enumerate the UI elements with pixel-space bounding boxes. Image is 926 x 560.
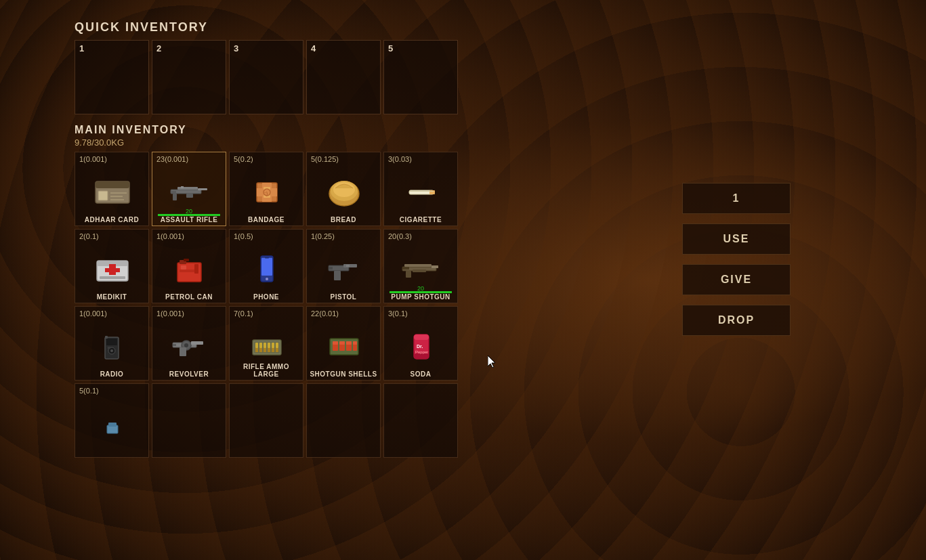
svg-rect-56 [108,347,110,349]
item-revolver[interactable]: 1(0.001) REVOLVER [152,306,226,381]
quick-slot-3-number: 3 [234,43,238,53]
inventory-container: QUICK INVENTORY 1 2 3 4 5 MAIN INVENTORY… [75,20,459,458]
item-shotgun-shells[interactable]: 22(0.01) SHOTGUN SHELLS [306,306,381,381]
drop-btn[interactable]: DROP [682,305,791,336]
item-bread-count: 5(0.125) [311,155,339,163]
quick-slot-3[interactable]: 3 [229,40,303,114]
svg-point-55 [110,349,113,352]
revolver-icon [165,326,213,366]
item-pistol-count: 1(0.25) [311,232,335,240]
quick-slot-2-number: 2 [156,43,161,53]
use-btn[interactable]: USE [682,223,791,255]
cursor [488,356,496,368]
rifle-ammo-large-icon [243,326,290,366]
item-petrol-can[interactable]: 1(0.001) PETROL CAN [152,229,226,303]
item-radio[interactable]: 1(0.001) RADIO [75,306,149,381]
quick-slot-5[interactable]: 5 [383,40,458,114]
svg-rect-82 [339,341,345,345]
svg-rect-40 [265,257,269,259]
svg-rect-86 [353,341,357,345]
item-pump-shotgun[interactable]: 20(0.3) 20 PUMP SHOTGUN [383,229,458,303]
empty-slot-3[interactable] [306,383,381,458]
radio-icon [88,326,135,366]
item-assault-rifle[interactable]: 23(0.001) 20 ASSAULT RIFLE [152,152,226,226]
svg-rect-1 [96,181,129,188]
svg-rect-75 [268,348,270,352]
item-phone-count: 1(0.5) [234,232,253,240]
item-radio-count: 1(0.001) [79,309,107,318]
bandage-icon: :) [243,171,290,212]
item-medikit[interactable]: 2(0.1) MEDIKIT [75,229,149,303]
item-bread[interactable]: 5(0.125) BREAD [306,152,381,226]
item-rifle-ammo-large[interactable]: 7(0.1) [229,306,303,381]
svg-rect-5 [110,199,124,200]
item-soda-count: 3(0.1) [388,309,408,318]
svg-rect-72 [255,348,258,352]
give-btn[interactable]: GIVE [682,264,791,295]
item-bandage[interactable]: 5(0.2) :) BANDAGE [229,152,303,226]
svg-rect-36 [181,265,186,270]
svg-rect-50 [413,270,426,272]
quick-slot-5-number: 5 [388,43,393,53]
svg-rect-3 [110,192,127,194]
svg-rect-73 [259,348,262,352]
svg-rect-57 [105,336,108,339]
svg-rect-10 [171,191,176,193]
quick-inventory: 1 2 3 4 5 [75,40,459,114]
quick-inventory-title: QUICK INVENTORY [75,20,459,35]
svg-rect-9 [198,188,207,190]
item-shotgun-shells-count: 22(0.01) [311,309,339,318]
svg-rect-24 [429,190,435,194]
svg-marker-95 [488,356,495,368]
item-slot-16-name [75,455,148,457]
svg-rect-77 [276,348,278,352]
svg-rect-12 [186,194,193,198]
inventory-grid: 1(0.001) ADHAAR CARD 23(0.001) [75,152,459,458]
svg-rect-94 [108,423,117,427]
svg-rect-68 [264,343,266,348]
item-phone[interactable]: 1(0.5) PHONE [229,229,303,303]
svg-rect-49 [432,265,438,268]
empty-slot-2[interactable] [229,383,303,458]
item-pistol[interactable]: 1(0.25) PISTOL [306,229,381,303]
pump-shotgun-icon [397,249,444,289]
item-bandage-name: BANDAGE [230,216,303,225]
svg-rect-29 [105,268,120,272]
quick-slot-2[interactable]: 2 [152,40,226,114]
item-phone-name: PHONE [230,293,303,303]
item-cigarette[interactable]: 3(0.03) CIGARETTE [383,152,458,226]
action-panel: 1 USE GIVE DROP [682,183,791,336]
svg-point-60 [184,343,188,347]
empty-slot-1[interactable] [152,383,226,458]
quantity-btn[interactable]: 1 [682,183,791,214]
svg-rect-42 [343,264,357,267]
item-adhaar-card[interactable]: 1(0.001) ADHAAR CARD [75,152,149,226]
main-inventory-header: MAIN INVENTORY 9.78/30.0KG [75,124,459,148]
svg-rect-35 [180,270,198,272]
svg-text:Pepper: Pepper [415,350,428,354]
svg-rect-89 [414,353,429,359]
item-petrol-can-name: PETROL CAN [152,293,226,303]
svg-rect-53 [106,339,117,345]
item-pump-shotgun-name: PUMP SHOTGUN [384,293,457,303]
medikit-icon [88,249,135,289]
quick-slot-4[interactable]: 4 [306,40,381,114]
weight-info: 9.78/30.0KG [75,137,459,148]
quick-slot-1[interactable]: 1 [75,40,149,114]
adhaar-card-icon [88,171,135,212]
item-soda[interactable]: 3(0.1) Dr. Pepper SODA [383,306,458,381]
item-slot-16-icon [88,403,135,444]
svg-rect-51 [402,267,409,270]
svg-rect-43 [334,271,341,280]
svg-rect-70 [272,343,274,348]
svg-rect-80 [333,341,338,345]
svg-rect-4 [110,196,123,197]
main-inventory-title: MAIN INVENTORY [75,124,459,136]
item-slot-16[interactable]: 5(0.1) [75,383,149,458]
svg-rect-7 [177,187,198,190]
svg-rect-71 [276,343,278,348]
empty-slot-4[interactable] [383,383,458,458]
svg-text:Dr.: Dr. [417,344,423,349]
svg-rect-33 [184,259,189,261]
svg-rect-62 [180,347,186,356]
